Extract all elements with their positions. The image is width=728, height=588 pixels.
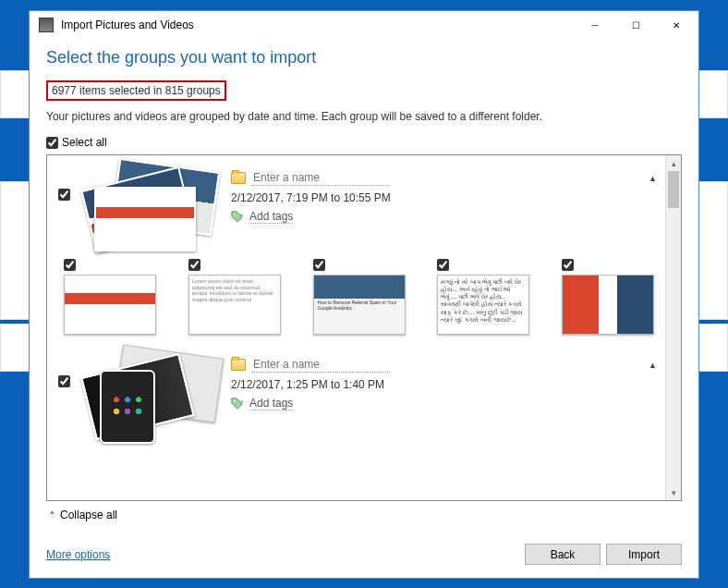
description-text: Your pictures and videos are grouped by …	[46, 110, 682, 123]
chevron-up-icon[interactable]: ▲	[649, 174, 657, 183]
group-checkbox[interactable]	[58, 189, 70, 201]
thumbnail-checkbox[interactable]	[437, 259, 449, 271]
device-icon	[39, 18, 54, 32]
import-button[interactable]: Import	[606, 544, 682, 565]
minimize-button[interactable]: ─	[575, 12, 615, 38]
thumbnail-image[interactable]: Lorem ipsum dolor sit amet adipiscing el…	[188, 275, 281, 335]
thumbnail-image[interactable]	[64, 275, 156, 335]
chevron-up-icon[interactable]: ▲	[649, 361, 657, 370]
svg-point-2	[234, 399, 236, 401]
scrollbar-thumb[interactable]	[668, 171, 679, 208]
thumbnail-checkbox[interactable]	[313, 259, 325, 271]
more-options-link[interactable]: More options	[46, 548, 110, 561]
titlebar: Import Pictures and Videos ─ ☐ ✕	[30, 11, 698, 39]
maximize-button[interactable]: ☐	[615, 12, 656, 38]
thumbnail-checkbox[interactable]	[562, 259, 574, 271]
groups-list: ▲ 2/12/2017, 7:19 PM to 10:55 PM + Add t…	[46, 154, 682, 501]
chevron-up-icon: ˄	[50, 510, 55, 521]
group-item: ▲ 2/12/2017, 7:19 PM to 10:55 PM + Add t…	[58, 165, 661, 335]
group-name-input[interactable]	[251, 357, 390, 373]
select-all-checkbox[interactable]	[46, 137, 58, 149]
add-tags-link[interactable]: Add tags	[249, 397, 293, 410]
import-window: Import Pictures and Videos ─ ☐ ✕ Select …	[29, 10, 699, 579]
folder-icon	[231, 359, 246, 371]
thumbnail-checkbox[interactable]	[64, 259, 76, 271]
add-tags-link[interactable]: Add tags	[249, 210, 293, 224]
tag-icon: +	[231, 211, 244, 224]
thumbnail-item[interactable]	[313, 259, 412, 335]
thumbnail-item[interactable]: Lorem ipsum dolor sit amet adipiscing el…	[188, 259, 287, 335]
thumbnail-image[interactable]: મળ્યું તો મો બાપ ભેગુ પછી બધે ઘેર હોય...…	[437, 275, 529, 335]
page-heading: Select the groups you want to import	[46, 48, 682, 67]
svg-text:+: +	[240, 398, 244, 404]
thumbnail-item[interactable]	[64, 259, 163, 335]
thumbnail-item[interactable]	[562, 259, 661, 335]
selection-summary: 6977 items selected in 815 groups	[46, 80, 226, 101]
scrollbar[interactable]: ▴ ▾	[665, 155, 681, 500]
group-date-range: 2/12/2017, 1:25 PM to 1:40 PM	[231, 378, 661, 391]
svg-text:+: +	[240, 211, 244, 217]
scroll-up-icon[interactable]: ▴	[666, 155, 681, 171]
svg-point-0	[234, 213, 236, 214]
group-thumbnails: Lorem ipsum dolor sit amet adipiscing el…	[58, 259, 661, 335]
select-all-label: Select all	[62, 136, 107, 149]
folder-icon	[231, 172, 246, 184]
group-item: ▲ 2/12/2017, 1:25 PM to 1:40 PM + Add ta…	[58, 351, 661, 435]
collapse-all-link[interactable]: ˄ Collapse all	[50, 508, 682, 521]
thumbnail-image[interactable]	[562, 275, 654, 335]
group-name-input[interactable]	[251, 170, 390, 186]
select-all-row[interactable]: Select all	[46, 136, 682, 149]
thumbnail-checkbox[interactable]	[188, 259, 200, 271]
tag-icon: +	[231, 398, 244, 410]
group-thumbnail-stack[interactable]	[81, 165, 220, 248]
group-checkbox[interactable]	[58, 375, 70, 387]
dialog-footer: More options Back Import	[30, 533, 698, 578]
window-title: Import Pictures and Videos	[61, 18, 575, 31]
scroll-down-icon[interactable]: ▾	[666, 484, 681, 500]
thumbnail-image[interactable]	[313, 275, 406, 335]
back-button[interactable]: Back	[525, 544, 601, 565]
group-date-range: 2/12/2017, 7:19 PM to 10:55 PM	[231, 191, 661, 204]
close-button[interactable]: ✕	[656, 12, 697, 38]
thumbnail-item[interactable]: મળ્યું તો મો બાપ ભેગુ પછી બધે ઘેર હોય...…	[437, 259, 536, 335]
collapse-all-label: Collapse all	[60, 508, 117, 521]
group-thumbnail-stack[interactable]	[81, 351, 220, 435]
